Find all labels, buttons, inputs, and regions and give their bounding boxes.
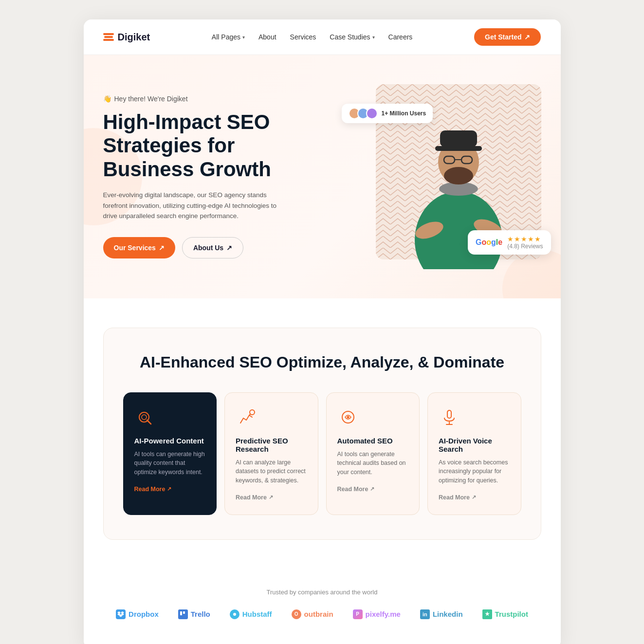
linkedin-label: Linkedin (433, 610, 463, 618)
hero-left: 👋 Hey there! We're Digiket High-Impact S… (103, 95, 317, 258)
services-section: AI-Enhanced SEO Optimize, Analyze, & Dom… (84, 298, 561, 569)
read-more-0[interactable]: Read More (134, 486, 206, 493)
automated-icon (337, 406, 359, 428)
trustpilot-label: Trustpilot (495, 610, 528, 618)
brand-trello: Trello (178, 609, 210, 619)
svg-point-19 (347, 416, 349, 418)
read-more-3[interactable]: Read More (439, 494, 510, 501)
nav-links: All Pages About Services Case Studies Ca… (212, 33, 413, 41)
hero-tag-text: Hey there! We're Digiket (114, 95, 188, 103)
nav-item-services[interactable]: Services (290, 33, 316, 41)
brand-hubstaff: Hubstaff (230, 609, 272, 619)
dropbox-icon (116, 609, 126, 619)
read-more-1[interactable]: Read More (236, 494, 307, 501)
voice-icon (439, 406, 460, 428)
brand-dropbox: Dropbox (116, 609, 159, 619)
our-services-button[interactable]: Our Services (103, 237, 175, 258)
cards-grid: AI-Powered Content AI tools can generate… (123, 392, 521, 515)
read-more-2[interactable]: Read More (337, 486, 409, 493)
about-us-button[interactable]: About Us (182, 237, 243, 258)
trusted-section: Trusted by companies around the world Dr… (84, 569, 561, 644)
nav-link-services[interactable]: Services (290, 33, 316, 41)
svg-point-14 (142, 415, 147, 420)
nav-link-about[interactable]: About (258, 33, 276, 41)
pixelfy-label: pixelfy.me (366, 610, 401, 618)
nav-link-allpages[interactable]: All Pages (212, 33, 245, 41)
predictive-icon (236, 406, 257, 428)
service-card-ai-content[interactable]: AI-Powered Content AI tools can generate… (123, 392, 217, 515)
svg-rect-29 (183, 611, 185, 614)
nav-item-allpages[interactable]: All Pages (212, 33, 245, 41)
trello-label: Trello (191, 610, 210, 618)
nav-item-careers[interactable]: Careers (388, 33, 413, 41)
hero-section: 👋 Hey there! We're Digiket High-Impact S… (84, 55, 561, 298)
service-card-desc-0: AI tools can generate high quality conte… (134, 450, 206, 477)
brand-logo-row: Dropbox Trello Hubstaff O outbrain (103, 609, 541, 619)
linkedin-icon: in (420, 609, 430, 619)
service-card-title-3: AI-Driven Voice Search (439, 437, 510, 453)
trustpilot-icon: ★ (482, 609, 492, 619)
hero-tag: 👋 Hey there! We're Digiket (103, 95, 317, 103)
service-card-title-1: Predictive SEO Research (236, 437, 307, 453)
trello-icon (178, 609, 188, 619)
svg-line-15 (147, 420, 151, 424)
hero-right: 1+ Million Users Google ★★★★★ (4.8) Revi… (347, 84, 541, 269)
hubstaff-label: Hubstaff (242, 610, 272, 618)
svg-rect-12 (440, 130, 477, 147)
outbrain-label: outbrain (304, 610, 333, 618)
review-count: (4.8) Reviews (507, 243, 543, 250)
users-badge-text: 1+ Million Users (382, 110, 426, 117)
service-card-desc-1: AI can analyze large datasets to predict… (236, 458, 307, 485)
trusted-title: Trusted by companies around the world (103, 589, 541, 596)
hero-title: High-Impact SEO Strategies for Business … (103, 110, 317, 181)
ai-content-icon (134, 406, 156, 428)
svg-rect-28 (180, 611, 182, 615)
service-card-predictive[interactable]: Predictive SEO Research AI can analyze l… (224, 392, 318, 515)
avatar-group (349, 108, 378, 119)
logo-icon (103, 33, 114, 41)
users-badge: 1+ Million Users (342, 104, 433, 123)
service-card-desc-2: AI tools can generate technical audits b… (337, 450, 409, 477)
pixelfy-icon: P (353, 609, 363, 619)
brand-trustpilot: ★ Trustpilot (482, 609, 528, 619)
nav-item-about[interactable]: About (258, 33, 276, 41)
google-badge: Google ★★★★★ (4.8) Reviews (468, 230, 551, 255)
star-rating: ★★★★★ (507, 235, 543, 243)
service-card-automated[interactable]: Automated SEO AI tools can generate tech… (326, 392, 420, 515)
logo[interactable]: Digiket (103, 32, 150, 43)
hubstaff-icon (230, 609, 239, 619)
svg-line-17 (249, 414, 251, 415)
brand-outbrain: O outbrain (292, 609, 333, 619)
navbar: Digiket All Pages About Services Case St… (84, 19, 561, 55)
page-wrapper: Digiket All Pages About Services Case St… (84, 19, 561, 644)
section-title: AI-Enhanced SEO Optimize, Analyze, & Dom… (123, 352, 521, 373)
svg-rect-20 (447, 410, 451, 418)
service-card-title-2: Automated SEO (337, 437, 409, 445)
hero-description: Ever-evolving digital landscape, our SEO… (103, 190, 288, 221)
hero-tag-emoji: 👋 (103, 95, 111, 103)
google-rating: ★★★★★ (4.8) Reviews (507, 235, 543, 250)
outbrain-icon: O (292, 609, 301, 619)
service-card-desc-3: As voice search becomes increasingly pop… (439, 458, 510, 485)
services-card: AI-Enhanced SEO Optimize, Analyze, & Dom… (103, 328, 541, 540)
logo-text: Digiket (118, 32, 150, 43)
service-card-title-0: AI-Powered Content (134, 437, 206, 445)
service-card-voice[interactable]: AI-Driven Voice Search As voice search b… (427, 392, 521, 515)
avatar-3 (366, 108, 378, 119)
svg-point-30 (233, 613, 236, 616)
nav-link-casestudies[interactable]: Case Studies (330, 33, 374, 41)
dropbox-label: Dropbox (129, 610, 159, 618)
svg-point-7 (444, 167, 473, 184)
brand-pixelfy: P pixelfy.me (353, 609, 401, 619)
hero-buttons: Our Services About Us (103, 237, 317, 258)
brand-linkedin: in Linkedin (420, 609, 463, 619)
nav-link-careers[interactable]: Careers (388, 33, 413, 41)
get-started-button[interactable]: Get Started (474, 28, 541, 46)
nav-item-casestudies[interactable]: Case Studies (330, 33, 374, 41)
google-logo: Google (476, 238, 502, 247)
